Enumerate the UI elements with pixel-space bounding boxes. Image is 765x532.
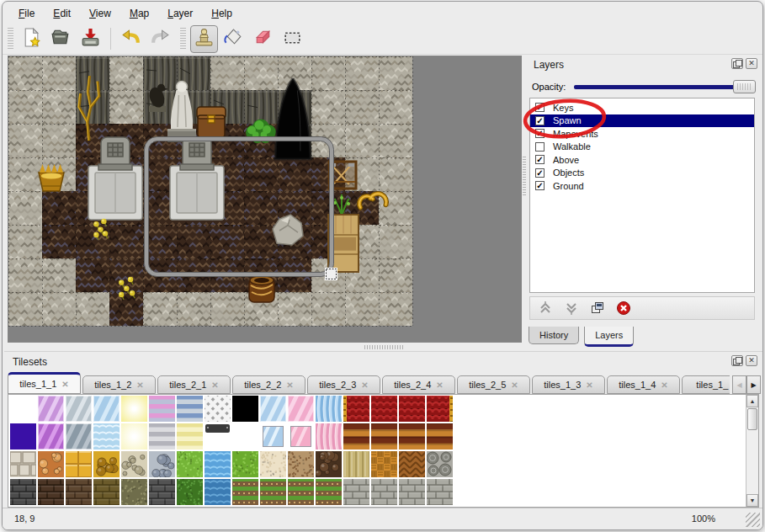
splitter-grip-icon bbox=[364, 345, 403, 349]
tileset-tab-tiles_1_1[interactable]: tiles_1_1✕ bbox=[8, 372, 81, 394]
layer-name: Spawn bbox=[553, 115, 582, 125]
scroll-down-icon[interactable]: ▼ bbox=[746, 494, 758, 507]
opacity-slider-fill bbox=[574, 85, 749, 89]
toolbar-separator bbox=[110, 28, 111, 50]
tab-scroll-left-icon[interactable]: ◀ bbox=[732, 375, 746, 394]
layers-panel-float-button[interactable] bbox=[731, 58, 743, 69]
stamp-tool-button[interactable] bbox=[190, 25, 218, 53]
layer-checkbox[interactable]: ✓ bbox=[535, 116, 545, 125]
map-view[interactable] bbox=[8, 56, 522, 343]
undo-icon bbox=[120, 27, 141, 51]
tilesets-panel-close-button[interactable]: ✕ bbox=[746, 355, 757, 366]
toolbar-drag-handle[interactable] bbox=[180, 28, 186, 50]
layers-panel-title: Layers bbox=[534, 59, 564, 71]
layer-row-objects[interactable]: ✓Objects bbox=[530, 167, 754, 180]
layers-panel-close-button[interactable]: ✕ bbox=[746, 58, 757, 69]
layer-list: ✓Keys✓Spawn✓MapeventsWalkable✓Above✓Obje… bbox=[529, 98, 755, 293]
tileset-tab-label: tiles_2_4 bbox=[394, 380, 431, 390]
tileset-tab-tiles_2_4[interactable]: tiles_2_4✕ bbox=[382, 375, 455, 394]
zoom-level: 100% bbox=[692, 513, 715, 524]
toolbar-drag-handle[interactable] bbox=[8, 28, 13, 50]
tileset-tab-tiles_2_2[interactable]: tiles_2_2✕ bbox=[232, 375, 305, 394]
dock-tab-label: Layers bbox=[595, 330, 623, 340]
tab-close-icon[interactable]: ✕ bbox=[661, 380, 667, 390]
move-layer-down-button[interactable] bbox=[564, 301, 579, 316]
map-canvas[interactable] bbox=[8, 56, 521, 342]
tileset-tab-tiles_2_3[interactable]: tiles_2_3✕ bbox=[307, 375, 380, 394]
tab-close-icon[interactable]: ✕ bbox=[286, 380, 293, 390]
menu-map[interactable]: Map bbox=[120, 5, 158, 23]
layer-name: Ground bbox=[553, 181, 584, 191]
tileset-tab-label: tiles_2_2 bbox=[244, 380, 281, 390]
menu-help[interactable]: Help bbox=[202, 5, 242, 23]
dock-tab-layers[interactable]: Layers bbox=[584, 327, 634, 347]
tab-close-icon[interactable]: ✕ bbox=[136, 380, 143, 390]
tileset-tab-tiles_2_5[interactable]: tiles_2_5✕ bbox=[457, 375, 530, 394]
stamp-tool-icon bbox=[194, 27, 215, 51]
new-file-button[interactable] bbox=[18, 25, 45, 53]
move-layer-up-button[interactable] bbox=[538, 301, 553, 316]
rect-select-tool-button[interactable] bbox=[279, 25, 306, 53]
layers-panel-titlebar: Layers ✕ bbox=[527, 56, 761, 74]
tab-close-icon[interactable]: ✕ bbox=[511, 380, 518, 390]
open-file-button[interactable] bbox=[47, 25, 75, 53]
opacity-slider[interactable] bbox=[572, 79, 756, 94]
layer-checkbox[interactable]: ✓ bbox=[535, 181, 545, 190]
delete-layer-button[interactable] bbox=[616, 301, 631, 316]
menu-file[interactable]: File bbox=[9, 5, 44, 23]
opacity-slider-handle[interactable] bbox=[733, 80, 756, 93]
menu-layer[interactable]: Layer bbox=[158, 5, 202, 23]
menu-view[interactable]: View bbox=[80, 5, 120, 23]
tab-scroll-right-icon[interactable]: ▶ bbox=[746, 375, 761, 394]
tileset-tab-tiles_1_[interactable]: tiles_1_✕ bbox=[682, 375, 730, 394]
layer-row-keys[interactable]: ✓Keys bbox=[530, 101, 754, 114]
opacity-label: Opacity: bbox=[532, 82, 572, 92]
scroll-up-icon[interactable]: ▲ bbox=[746, 395, 758, 407]
scrollbar-thumb[interactable] bbox=[747, 408, 757, 430]
fill-tool-icon bbox=[223, 27, 244, 51]
dock-tab-history[interactable]: History bbox=[529, 327, 579, 344]
resize-grip[interactable] bbox=[746, 513, 760, 527]
layer-row-spawn[interactable]: ✓Spawn bbox=[530, 114, 754, 128]
tileset-tab-label: tiles_1_ bbox=[696, 380, 728, 390]
opacity-row: Opacity: bbox=[532, 78, 756, 94]
tileset-tab-tiles_1_2[interactable]: tiles_1_2✕ bbox=[82, 375, 156, 394]
layer-checkbox[interactable]: ✓ bbox=[535, 129, 545, 138]
tilesets-panel-float-button[interactable] bbox=[731, 355, 743, 366]
tileset-tab-tiles_1_4[interactable]: tiles_1_4✕ bbox=[607, 375, 680, 394]
tab-close-icon[interactable]: ✕ bbox=[61, 380, 68, 389]
save-file-button[interactable] bbox=[77, 25, 104, 53]
undo-button[interactable] bbox=[117, 25, 145, 53]
fill-tool-button[interactable] bbox=[220, 25, 247, 53]
layer-checkbox[interactable]: ✓ bbox=[535, 168, 545, 178]
tileset-tab-label: tiles_1_3 bbox=[544, 380, 581, 390]
layer-row-walkable[interactable]: Walkable bbox=[530, 141, 754, 154]
eraser-tool-button[interactable] bbox=[249, 25, 277, 53]
tileset-tab-label: tiles_2_3 bbox=[319, 380, 356, 390]
layer-checkbox[interactable]: ✓ bbox=[535, 155, 545, 164]
menu-edit[interactable]: Edit bbox=[44, 5, 80, 23]
tileset-tab-tiles_2_1[interactable]: tiles_2_1✕ bbox=[157, 375, 231, 394]
tileset-scrollbar[interactable]: ▲ ▼ bbox=[746, 395, 758, 507]
layer-row-mapevents[interactable]: ✓Mapevents bbox=[530, 127, 754, 141]
tileset-content: ▲ ▼ bbox=[8, 394, 759, 508]
layer-checkbox[interactable] bbox=[535, 142, 545, 152]
tilesets-panel: Tilesets ✕ tiles_1_1✕tiles_1_2✕tiles_2_1… bbox=[4, 351, 762, 508]
tab-close-icon[interactable]: ✕ bbox=[211, 380, 218, 390]
redo-button[interactable] bbox=[146, 25, 174, 53]
menu-label: View bbox=[89, 8, 111, 19]
tab-close-icon[interactable]: ✕ bbox=[361, 380, 368, 390]
tileset-canvas[interactable] bbox=[8, 395, 454, 507]
layer-row-above[interactable]: ✓Above bbox=[530, 153, 754, 167]
tileset-tab-scroll: ◀ ▶ bbox=[732, 375, 761, 394]
cursor-position: 18, 9 bbox=[14, 513, 35, 524]
layer-row-ground[interactable]: ✓Ground bbox=[530, 179, 754, 193]
layer-checkbox[interactable]: ✓ bbox=[535, 103, 545, 112]
tab-close-icon[interactable]: ✕ bbox=[436, 380, 443, 390]
duplicate-layer-button[interactable] bbox=[590, 301, 605, 316]
tab-close-icon[interactable]: ✕ bbox=[586, 380, 592, 390]
menu-bar: FileEditViewMapLayerHelp bbox=[9, 5, 242, 23]
horizontal-splitter[interactable] bbox=[3, 343, 523, 351]
tileset-tab-tiles_1_3[interactable]: tiles_1_3✕ bbox=[532, 375, 605, 394]
eraser-tool-icon bbox=[252, 27, 274, 51]
